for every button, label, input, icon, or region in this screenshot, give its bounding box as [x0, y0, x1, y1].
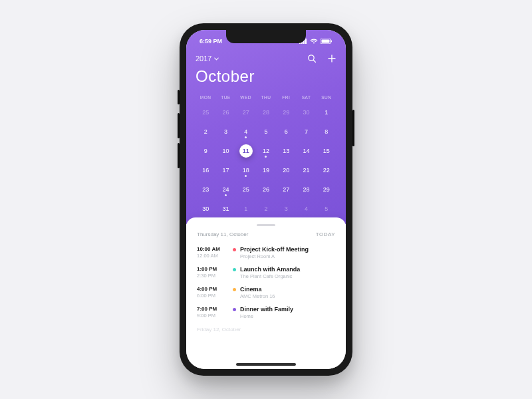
- event-color-dot: [233, 288, 236, 291]
- day-number: 19: [263, 168, 269, 174]
- day-number: 7: [305, 129, 308, 135]
- day-cell[interactable]: 16: [196, 163, 215, 178]
- year-selector[interactable]: 2017: [196, 55, 219, 63]
- event-end: 9:00 PM: [197, 313, 226, 319]
- day-cell[interactable]: 10: [215, 144, 235, 158]
- day-number: 29: [323, 187, 330, 193]
- event-times: 10:00 AM12:00 AM: [197, 246, 226, 259]
- day-number: 16: [202, 168, 209, 174]
- day-cell[interactable]: 12: [256, 144, 276, 158]
- svg-rect-5: [322, 40, 330, 43]
- day-cell[interactable]: 24: [215, 182, 235, 197]
- day-number: 27: [283, 187, 289, 193]
- add-button[interactable]: [327, 54, 336, 63]
- day-cell[interactable]: 29: [317, 182, 336, 197]
- day-cell[interactable]: 23: [196, 182, 215, 197]
- event-list[interactable]: 10:00 AM12:00 AMProject Kick-off Meeting…: [186, 243, 346, 323]
- day-cell[interactable]: 3: [215, 124, 235, 139]
- event-subtitle: Project Room A: [240, 253, 335, 259]
- event-subtitle: AMC Metron 16: [240, 293, 335, 299]
- today-label[interactable]: TODAY: [316, 231, 335, 237]
- day-cell[interactable]: 26: [215, 105, 235, 120]
- event-color-dot: [233, 308, 236, 311]
- day-cell[interactable]: 19: [256, 163, 276, 178]
- day-number: 23: [202, 187, 209, 193]
- day-cell[interactable]: 2: [256, 201, 276, 216]
- phone-frame: 6:59 PM 2017: [180, 23, 352, 376]
- day-cell[interactable]: 29: [276, 105, 296, 120]
- day-cell[interactable]: 25: [236, 182, 256, 197]
- day-cell[interactable]: 1: [236, 201, 256, 216]
- day-cell[interactable]: 26: [256, 182, 276, 197]
- day-cell[interactable]: 4: [236, 124, 256, 139]
- day-cell[interactable]: 3: [276, 201, 296, 216]
- day-cell[interactable]: 7: [296, 124, 316, 139]
- day-cell[interactable]: 13: [276, 144, 296, 158]
- month-title: October: [196, 67, 336, 86]
- event-item[interactable]: 1:00 PM2:30 PMLaunch with AmandaThe Plan…: [197, 263, 335, 283]
- chevron-down-icon: [214, 57, 219, 61]
- day-cell[interactable]: 5: [317, 201, 336, 216]
- event-subtitle: The Plant Cafe Organic: [240, 273, 335, 279]
- day-cell[interactable]: 8: [317, 124, 336, 139]
- day-number: 26: [222, 110, 229, 116]
- home-indicator[interactable]: [236, 363, 296, 366]
- screen: 6:59 PM 2017: [186, 30, 346, 369]
- day-cell[interactable]: 4: [296, 201, 316, 216]
- event-color-dot: [233, 248, 236, 251]
- day-number: 30: [303, 110, 310, 116]
- day-cell[interactable]: 20: [276, 163, 296, 178]
- day-cell[interactable]: 22: [317, 163, 336, 178]
- day-number: 20: [283, 168, 289, 174]
- day-cell[interactable]: 28: [296, 182, 316, 197]
- event-start: 1:00 PM: [197, 266, 226, 272]
- day-cell[interactable]: 28: [256, 105, 276, 120]
- day-number: 14: [303, 148, 310, 154]
- day-cell[interactable]: 31: [215, 201, 235, 216]
- search-button[interactable]: [307, 54, 317, 63]
- agenda-panel: Thursday 11, October TODAY 10:00 AM12:00…: [186, 217, 346, 369]
- day-number: 4: [305, 206, 308, 212]
- day-number: 30: [202, 206, 209, 212]
- event-subtitle: Home: [240, 313, 335, 319]
- event-item[interactable]: 7:00 PM9:00 PMDinner with FamilyHome: [197, 303, 335, 323]
- day-cell[interactable]: 5: [256, 124, 276, 139]
- day-number: 5: [264, 129, 267, 135]
- day-cell[interactable]: 30: [296, 105, 316, 120]
- event-end: 2:30 PM: [197, 273, 226, 279]
- day-cell[interactable]: 27: [276, 182, 296, 197]
- year-label: 2017: [196, 55, 211, 63]
- event-times: 7:00 PM9:00 PM: [197, 306, 226, 319]
- day-cell[interactable]: 25: [196, 105, 215, 120]
- day-number: 1: [244, 206, 247, 212]
- day-cell[interactable]: 2: [196, 124, 215, 139]
- day-cell[interactable]: 15: [317, 144, 336, 158]
- day-cell[interactable]: 17: [215, 163, 235, 178]
- event-color-dot: [233, 268, 236, 271]
- next-day-header: Friday 12, October: [186, 323, 346, 332]
- volume-up: [178, 113, 180, 138]
- event-item[interactable]: 4:00 PM6:00 PMCinemaAMC Metron 16: [197, 283, 335, 303]
- day-number: 28: [303, 187, 310, 193]
- day-cell[interactable]: 21: [296, 163, 316, 178]
- day-cell[interactable]: 27: [236, 105, 256, 120]
- event-start: 7:00 PM: [197, 306, 226, 312]
- day-number: 27: [243, 110, 249, 116]
- day-cell[interactable]: 18: [236, 163, 256, 178]
- day-number: 1: [325, 110, 328, 116]
- day-number: 12: [263, 148, 269, 154]
- drag-handle[interactable]: [257, 224, 275, 226]
- event-end: 12:00 AM: [197, 253, 226, 259]
- day-cell[interactable]: 14: [296, 144, 316, 158]
- event-dot: [245, 136, 247, 138]
- event-dot: [225, 194, 227, 196]
- day-cell[interactable]: 1: [317, 105, 336, 120]
- day-number: 17: [222, 168, 229, 174]
- wifi-icon: [310, 39, 318, 44]
- event-title: Launch with Amanda: [240, 266, 300, 273]
- event-item[interactable]: 10:00 AM12:00 AMProject Kick-off Meeting…: [197, 243, 335, 263]
- day-cell[interactable]: 9: [196, 144, 215, 158]
- day-cell[interactable]: 11: [236, 144, 256, 158]
- day-cell[interactable]: 6: [276, 124, 296, 139]
- day-cell[interactable]: 30: [196, 201, 215, 216]
